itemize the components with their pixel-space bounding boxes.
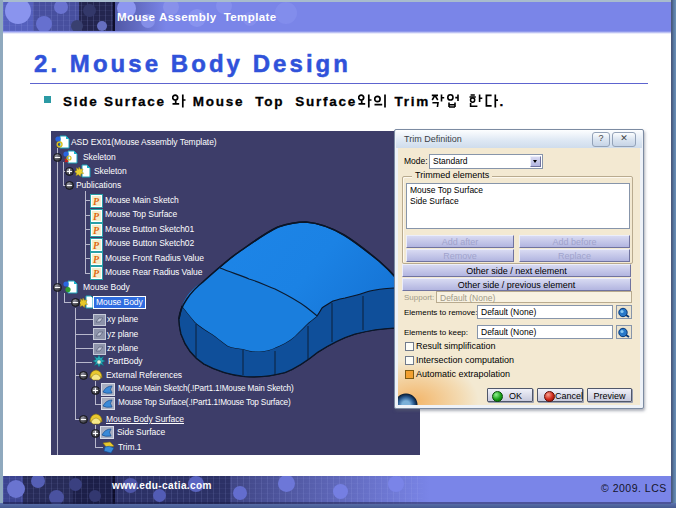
svg-text:P: P xyxy=(93,225,100,236)
svg-text:P: P xyxy=(93,211,100,222)
svg-text:P: P xyxy=(93,196,100,207)
svg-text:P: P xyxy=(93,254,100,265)
svg-text:P: P xyxy=(93,268,100,279)
svg-text:P: P xyxy=(93,240,100,251)
